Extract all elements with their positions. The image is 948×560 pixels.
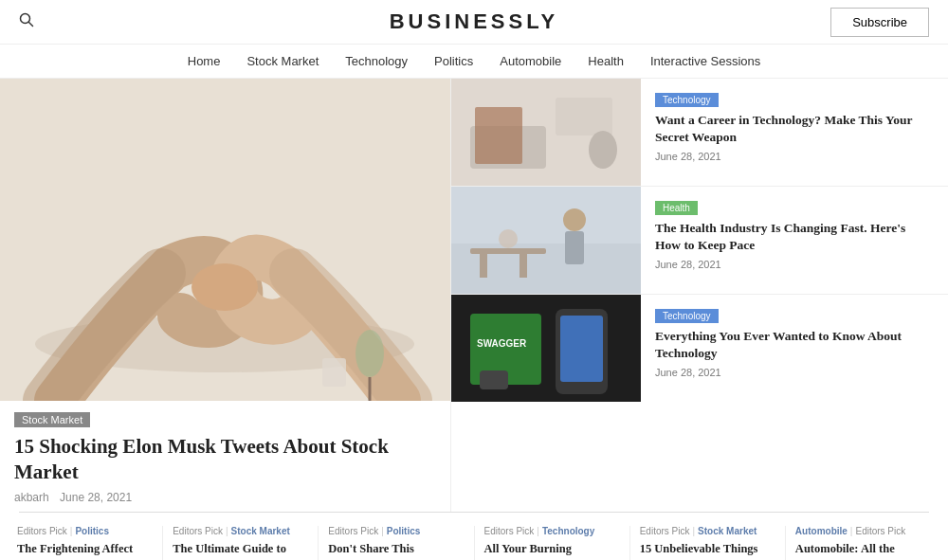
bottom-card-6-tags: Automobile | Editors Pick [795,526,931,536]
subscribe-button[interactable]: Subscribe [830,8,929,37]
nav-item-automobile[interactable]: Automobile [500,54,561,68]
bottom-card-3-tags: Editors Pick | Politics [328,526,464,536]
svg-point-12 [589,131,617,169]
bottom-card-5-tag2: Stock Market [698,526,757,536]
bottom-card-1-tags: Editors Pick | Politics [17,526,153,536]
svg-point-5 [191,263,258,311]
main-nav: Home Stock Market Technology Politics Au… [0,45,948,79]
bottom-card-1[interactable]: Editors Pick | Politics The Frightening … [8,526,163,560]
bottom-card-2-title: The Ultimate Guide to Stock Market [173,541,308,560]
bottom-card-2-pipe: | [226,526,228,536]
svg-rect-20 [520,254,527,278]
header: BUSINESSLY Subscribe [0,0,948,45]
nav-item-politics[interactable]: Politics [434,54,473,68]
bottom-card-5[interactable]: Editors Pick | Stock Market 15 Unbelieva… [630,526,786,560]
bottom-card-1-title: The Frightening Affect of Climate Change… [17,541,153,560]
article-2-body: Health The Health Industry Is Changing F… [641,187,948,294]
nav-item-stock-market[interactable]: Stock Market [246,54,319,68]
bottom-cards-row: Editors Pick | Politics The Frightening … [0,513,948,560]
svg-point-21 [499,229,518,248]
nav-item-health[interactable]: Health [588,54,624,68]
svg-rect-18 [470,248,546,254]
bottom-card-2-tags: Editors Pick | Stock Market [173,526,308,536]
bottom-card-1-tag2: Politics [75,526,109,536]
article-1-image [451,79,641,186]
svg-rect-11 [556,98,612,135]
bottom-card-4-pipe: | [537,526,539,536]
bottom-card-5-pipe: | [692,526,695,536]
bottom-card-2-tag1: Editors Pick [173,526,223,536]
bottom-card-5-tags: Editors Pick | Stock Market [640,526,775,536]
bottom-card-6[interactable]: Automobile | Editors Pick Automobile: Al… [786,526,940,560]
bottom-card-1-pipe: | [70,526,73,536]
article-3-tag: Technology [655,309,719,323]
site-logo: BUSINESSLY [390,9,559,34]
svg-rect-17 [565,231,584,264]
bottom-card-2-tag2: Stock Market [231,526,290,536]
bottom-card-6-tag2: Editors Pick [855,526,905,536]
right-article-3[interactable]: SWAGGER Technology Everything You Ever W… [451,295,948,402]
bottom-card-6-pipe: | [850,526,853,536]
svg-rect-19 [480,254,487,278]
svg-rect-13 [475,107,522,164]
svg-rect-27 [480,370,508,389]
svg-rect-8 [322,358,346,387]
article-2-image [451,187,641,294]
bottom-card-4-tag1: Editors Pick [484,526,535,536]
svg-rect-26 [560,316,603,382]
bottom-card-1-tag1: Editors Pick [17,526,67,536]
article-1-date: June 28, 2021 [655,151,934,162]
feature-image [0,79,450,401]
article-2-tag: Health [655,201,698,215]
bottom-card-3-title: Don't Share This Politics Insider Secret [328,541,464,560]
feature-author: akbarh [14,491,49,504]
bottom-card-4-tag2: Technology [542,526,594,536]
article-3-date: June 28, 2021 [655,367,934,378]
svg-point-16 [563,208,586,231]
bottom-card-6-tag1: Automobile [795,526,848,536]
bottom-card-3-pipe: | [381,526,384,536]
article-2-date: June 28, 2021 [655,259,934,270]
svg-line-1 [29,23,33,27]
bottom-card-3-tag1: Editors Pick [328,526,378,536]
bottom-card-6-title: Automobile: All the Stats, Facts, and Da… [795,541,931,560]
right-article-1[interactable]: Technology Want a Career in Technology? … [451,79,948,187]
feature-caption: Stock Market 15 Shocking Elon Musk Tweet… [0,401,450,512]
feature-title: 15 Shocking Elon Musk Tweets About Stock… [14,434,436,486]
article-3-title: Everything You Ever Wanted to Know About… [655,328,934,362]
nav-item-home[interactable]: Home [188,54,221,68]
article-3-image: SWAGGER [451,295,641,402]
article-3-body: Technology Everything You Ever Wanted to… [641,295,948,402]
nav-item-interactive[interactable]: Interactive Sessions [650,54,760,68]
article-1-title: Want a Career in Technology? Make This Y… [655,112,934,146]
svg-text:SWAGGER: SWAGGER [477,338,527,349]
nav-item-technology[interactable]: Technology [345,54,408,68]
bottom-card-5-tag1: Editors Pick [640,526,690,536]
right-articles: Technology Want a Career in Technology? … [450,79,948,512]
bottom-card-2[interactable]: Editors Pick | Stock Market The Ultimate… [163,526,319,560]
bottom-card-5-title: 15 Unbelievable Things You Never Knew Ab… [640,541,775,560]
article-1-tag: Technology [655,93,719,107]
bottom-card-3[interactable]: Editors Pick | Politics Don't Share This… [319,526,474,560]
right-article-2[interactable]: Health The Health Industry Is Changing F… [451,187,948,295]
article-1-body: Technology Want a Career in Technology? … [641,79,948,186]
bottom-card-4[interactable]: Editors Pick | Technology All Your Burni… [475,526,630,560]
feature-article[interactable]: Stock Market 15 Shocking Elon Musk Tweet… [0,79,450,512]
feature-tag: Stock Market [14,412,90,427]
main-content: Stock Market 15 Shocking Elon Musk Tweet… [0,79,948,512]
search-icon[interactable] [19,12,34,31]
article-2-title: The Health Industry Is Changing Fast. He… [655,220,934,254]
bottom-card-4-title: All Your Burning Technology Questions, A… [484,541,620,560]
feature-meta: akbarh June 28, 2021 [14,491,436,504]
svg-point-6 [356,330,384,377]
feature-date: June 28, 2021 [60,491,132,504]
bottom-card-4-tags: Editors Pick | Technology [484,526,620,536]
bottom-card-3-tag2: Politics [387,526,421,536]
